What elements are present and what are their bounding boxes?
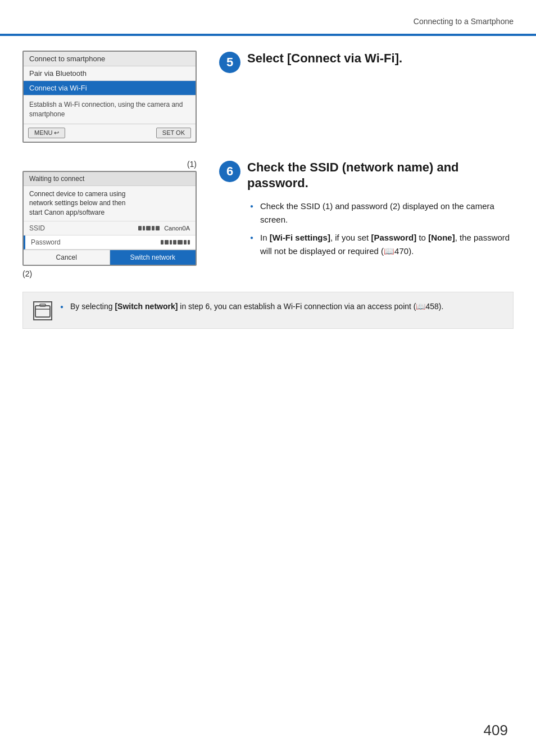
page-number: 409	[484, 722, 508, 739]
note-bullet: By selecting [Switch network] in step 6,…	[60, 300, 443, 313]
ssid-value: Canon0A	[164, 225, 190, 232]
step5-row: Connect to smartphone Pair via Bluetooth…	[22, 51, 514, 143]
step6-number: 6	[219, 161, 240, 182]
password-bars	[161, 240, 190, 245]
step6-camera-area: (1) Waiting to connect Connect device to…	[22, 160, 197, 278]
switch-network-button[interactable]: Switch network	[110, 250, 196, 265]
page-header: Connecting to a Smartphone	[414, 17, 514, 26]
step6-title: Check the SSID (network name) and passwo…	[247, 160, 514, 192]
waiting-header: Waiting to connect	[24, 172, 196, 186]
menu-description: Establish a Wi-Fi connection, using the …	[24, 96, 196, 124]
annotation-1: (1)	[22, 160, 197, 169]
note-text: By selecting [Switch network] in step 6,…	[60, 300, 443, 313]
set-button[interactable]: SET OK	[156, 128, 191, 138]
step6-content: 6 Check the SSID (network name) and pass…	[219, 160, 514, 262]
menu-item-bluetooth[interactable]: Pair via Bluetooth	[24, 66, 196, 81]
header-bar	[0, 34, 536, 36]
step5-title: Select [Connect via Wi-Fi].	[247, 51, 514, 67]
camera-screen-1: Connect to smartphone Pair via Bluetooth…	[22, 51, 197, 143]
camera-buttons: MENU ↩ SET OK	[24, 124, 196, 142]
step5-camera-area: Connect to smartphone Pair via Bluetooth…	[22, 51, 197, 143]
step6-body: Check the SSID (1) and password (2) disp…	[247, 200, 514, 258]
page-title: Connecting to a Smartphone	[414, 17, 514, 26]
menu-title: Connect to smartphone	[24, 52, 196, 66]
step5-number: 5	[219, 52, 240, 73]
menu-item-wifi[interactable]: Connect via Wi-Fi	[24, 81, 196, 96]
note-box: By selecting [Switch network] in step 6,…	[22, 292, 514, 329]
ssid-bars	[138, 226, 160, 230]
step6-row: (1) Waiting to connect Connect device to…	[22, 160, 514, 278]
note-svg-icon	[35, 304, 51, 318]
screen2-buttons: Cancel Switch network	[24, 250, 196, 265]
menu-button[interactable]: MENU ↩	[28, 128, 65, 138]
step6-bullet-1: Check the SSID (1) and password (2) disp…	[250, 200, 514, 227]
password-value-area	[70, 240, 190, 245]
svg-rect-0	[35, 306, 50, 317]
cancel-button[interactable]: Cancel	[24, 250, 110, 265]
connect-description: Connect device to camera using network s…	[24, 186, 196, 221]
password-row: Password	[24, 236, 196, 250]
ssid-row: SSID Canon0A	[24, 221, 196, 236]
ssid-label: SSID	[29, 224, 69, 232]
note-icon	[33, 301, 52, 320]
camera-screen-2: Waiting to connect Connect device to cam…	[22, 171, 197, 266]
step6-bullet-2: In [Wi-Fi settings], if you set [Passwor…	[250, 231, 514, 258]
annotation-2: (2)	[22, 269, 197, 278]
step5-content: 5 Select [Connect via Wi-Fi].	[219, 51, 514, 75]
ssid-value-area: Canon0A	[69, 225, 190, 232]
password-label: Password	[31, 238, 70, 246]
